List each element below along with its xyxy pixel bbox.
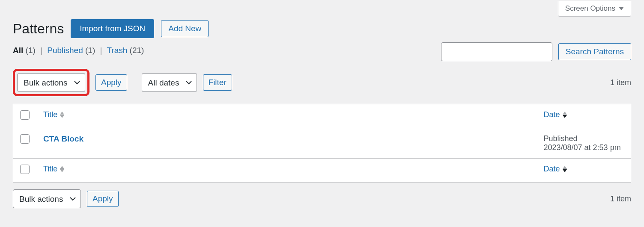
filter-published-count: (1) [85, 46, 95, 55]
sort-icon [60, 166, 64, 172]
bulk-actions-highlight: Bulk actions [13, 69, 89, 96]
page-header: Patterns Import from JSON Add New [13, 19, 631, 38]
sort-icon [60, 112, 64, 118]
screen-options-label: Screen Options [565, 4, 615, 13]
tablenav-bottom: Bulk actions Apply 1 item [13, 189, 631, 208]
search-input[interactable] [441, 42, 552, 61]
caret-down-icon [619, 7, 624, 10]
apply-button-top[interactable]: Apply [95, 74, 127, 91]
select-all-checkbox-footer[interactable] [20, 165, 30, 174]
import-json-button[interactable]: Import from JSON [71, 19, 154, 38]
row-checkbox[interactable] [20, 134, 30, 144]
bulk-actions-select-bottom[interactable]: Bulk actions [13, 189, 81, 208]
column-title-footer[interactable]: Title [43, 165, 64, 174]
item-count-top: 1 item [610, 78, 631, 87]
row-date: 2023/08/07 at 2:53 pm [544, 143, 621, 152]
filter-published[interactable]: Published [47, 46, 83, 55]
add-new-button[interactable]: Add New [161, 20, 209, 37]
sort-icon [563, 112, 567, 118]
search-button[interactable]: Search Patterns [558, 43, 631, 60]
filter-button[interactable]: Filter [203, 74, 232, 91]
column-title-header[interactable]: Title [43, 110, 64, 119]
apply-button-bottom[interactable]: Apply [87, 191, 119, 207]
bulk-actions-select[interactable]: Bulk actions [17, 73, 85, 92]
filter-trash[interactable]: Trash [107, 46, 127, 55]
page-title: Patterns [13, 21, 64, 37]
screen-options-button[interactable]: Screen Options [558, 1, 631, 17]
table-row: CTA Block Published 2023/08/07 at 2:53 p… [13, 128, 631, 159]
tablenav-top: Bulk actions Apply All dates Filter 1 it… [13, 69, 631, 96]
row-title-link[interactable]: CTA Block [43, 134, 83, 143]
filter-trash-count: (21) [130, 46, 144, 55]
column-date-header[interactable]: Date [544, 110, 567, 119]
item-count-bottom: 1 item [610, 195, 631, 203]
date-filter-select[interactable]: All dates [142, 73, 197, 92]
row-status: Published [544, 134, 624, 143]
filter-all-count: (1) [26, 46, 36, 55]
sort-icon [563, 166, 567, 172]
column-date-footer[interactable]: Date [544, 165, 567, 174]
filter-all[interactable]: All [13, 46, 23, 55]
patterns-table: Title Date CTA Block Publish [13, 104, 631, 183]
select-all-checkbox[interactable] [20, 110, 30, 120]
